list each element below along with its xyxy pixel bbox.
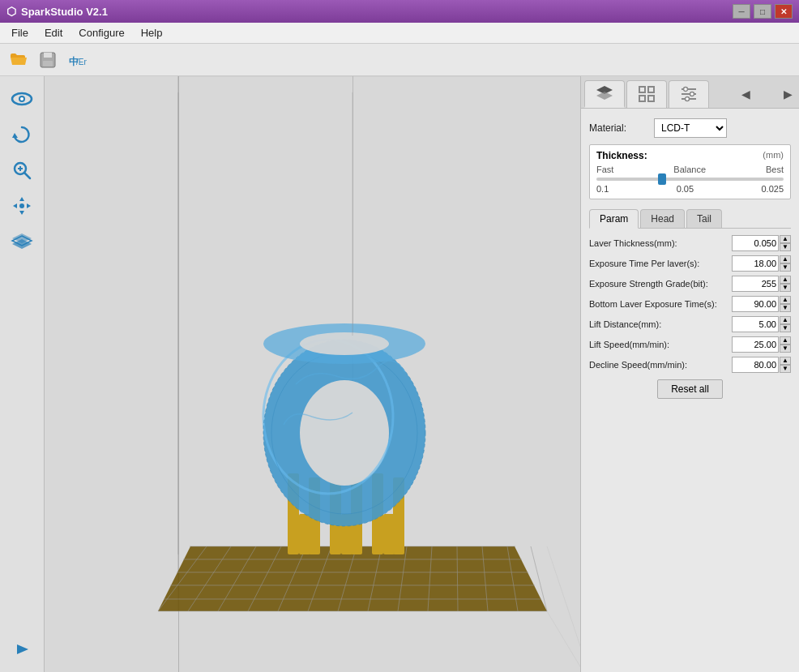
svg-rect-70 bbox=[639, 96, 645, 101]
thickness-section: Thickness: (mm) Fast Balance Best 0.1 0.… bbox=[589, 144, 791, 199]
layers-button[interactable] bbox=[7, 227, 36, 256]
app-icon: ⬡ bbox=[6, 5, 16, 18]
layers-icon bbox=[11, 230, 33, 253]
tab-param[interactable]: Param bbox=[589, 209, 639, 229]
minimize-button[interactable]: ─ bbox=[733, 4, 750, 19]
viewport[interactable] bbox=[45, 76, 580, 672]
layer-thickness-value[interactable] bbox=[732, 235, 779, 251]
reset-all-button[interactable]: Reset all bbox=[657, 379, 723, 399]
lift-distance-up[interactable]: ▲ bbox=[780, 316, 791, 324]
bottom-exposure-down[interactable]: ▼ bbox=[780, 304, 791, 312]
language-icon: 中 /En bbox=[67, 50, 87, 70]
svg-rect-2 bbox=[43, 61, 53, 66]
panel-scroll-right[interactable]: ▶ bbox=[780, 84, 796, 104]
tab-layers[interactable] bbox=[584, 80, 625, 108]
svg-text:/En: /En bbox=[76, 58, 87, 66]
thickness-val3: 0.025 bbox=[761, 184, 784, 194]
svg-point-63 bbox=[300, 332, 389, 355]
svg-marker-15 bbox=[13, 203, 17, 208]
lift-speed-up[interactable]: ▲ bbox=[780, 336, 791, 345]
thickness-val1: 0.1 bbox=[596, 184, 609, 194]
right-panel: ◀ ▶ Material: LCD-T Thickness: (mm) Fast bbox=[580, 76, 799, 672]
toolbar: 中 /En bbox=[0, 44, 799, 76]
move-button[interactable] bbox=[7, 191, 36, 220]
svg-marker-19 bbox=[12, 239, 32, 249]
svg-rect-68 bbox=[639, 87, 645, 92]
scene-svg bbox=[45, 76, 580, 672]
field-bottom-exposure-label: Bottom Laver Exposure Time(s): bbox=[589, 299, 732, 309]
thickness-label: Thickness: bbox=[596, 150, 647, 161]
decline-speed-up[interactable]: ▲ bbox=[780, 357, 791, 365]
layers-tab-icon bbox=[595, 83, 614, 103]
app-title: SparkStudio V2.1 bbox=[21, 6, 108, 18]
thickness-unit: (mm) bbox=[763, 150, 784, 161]
title-bar: ⬡ SparkStudio V2.1 ─ □ ✕ bbox=[0, 0, 799, 23]
layer-thickness-down[interactable]: ▼ bbox=[780, 243, 791, 251]
save-icon bbox=[38, 50, 58, 70]
bottom-exposure-value[interactable] bbox=[732, 296, 779, 312]
exposure-strength-up[interactable]: ▲ bbox=[780, 276, 791, 284]
field-exposure-strength-label: Exposure Strength Grade(bit): bbox=[589, 279, 732, 289]
thickness-slider-track[interactable] bbox=[596, 178, 784, 181]
menu-configure[interactable]: Configure bbox=[70, 24, 132, 42]
menu-file[interactable]: File bbox=[3, 24, 36, 42]
lift-distance-spinners: ▲ ▼ bbox=[780, 316, 791, 332]
svg-rect-1 bbox=[44, 53, 52, 58]
decline-speed-value[interactable] bbox=[732, 357, 779, 373]
language-button[interactable]: 中 /En bbox=[65, 48, 89, 72]
svg-point-17 bbox=[19, 203, 24, 208]
svg-marker-13 bbox=[19, 197, 24, 201]
tab-grid[interactable] bbox=[626, 80, 667, 108]
lift-speed-value[interactable] bbox=[732, 336, 779, 353]
save-file-button[interactable] bbox=[36, 48, 60, 72]
bottom-exposure-up[interactable]: ▲ bbox=[780, 296, 791, 304]
arrow-button[interactable] bbox=[7, 635, 36, 664]
exposure-time-value[interactable] bbox=[732, 255, 779, 272]
svg-rect-56 bbox=[383, 514, 395, 554]
svg-marker-67 bbox=[596, 92, 613, 100]
open-folder-button[interactable] bbox=[6, 48, 31, 72]
exposure-time-up[interactable]: ▲ bbox=[780, 255, 791, 263]
decline-speed-down[interactable]: ▼ bbox=[780, 365, 791, 373]
field-decline-speed-label: Decline Speed(mm/min): bbox=[589, 360, 732, 370]
lift-distance-value[interactable] bbox=[732, 316, 779, 332]
material-label: Material: bbox=[589, 122, 654, 134]
tab-settings[interactable] bbox=[669, 80, 709, 108]
lift-speed-down[interactable]: ▼ bbox=[780, 345, 791, 353]
field-bottom-exposure: Bottom Laver Exposure Time(s): ▲ ▼ bbox=[589, 296, 791, 312]
svg-point-7 bbox=[20, 97, 24, 101]
svg-line-45 bbox=[547, 546, 580, 672]
panel-content: Material: LCD-T Thickness: (mm) Fast Bal… bbox=[581, 109, 799, 672]
menu-help[interactable]: Help bbox=[133, 24, 171, 42]
field-layer-thickness: Laver Thickness(mm): ▲ ▼ bbox=[589, 235, 791, 251]
refresh-button[interactable] bbox=[7, 120, 36, 149]
layer-thickness-up[interactable]: ▲ bbox=[780, 235, 791, 243]
main-layout: ◀ ▶ Material: LCD-T Thickness: (mm) Fast bbox=[0, 76, 799, 672]
thickness-balance: Balance bbox=[673, 165, 706, 174]
view-button[interactable] bbox=[7, 84, 36, 113]
material-row: Material: LCD-T bbox=[589, 118, 791, 138]
maximize-button[interactable]: □ bbox=[754, 4, 771, 19]
field-layer-thickness-label: Laver Thickness(mm): bbox=[589, 238, 732, 248]
thickness-best: Best bbox=[766, 165, 784, 174]
exposure-time-down[interactable]: ▼ bbox=[780, 263, 791, 272]
exposure-strength-down[interactable]: ▼ bbox=[780, 284, 791, 292]
field-lift-speed-input: ▲ ▼ bbox=[732, 336, 791, 353]
exposure-strength-value[interactable] bbox=[732, 276, 779, 292]
tab-head[interactable]: Head bbox=[640, 209, 685, 228]
svg-point-77 bbox=[686, 97, 690, 101]
tab-tail[interactable]: Tail bbox=[686, 209, 722, 228]
field-lift-distance-label: Lift Distance(mm): bbox=[589, 319, 732, 329]
thickness-fast: Fast bbox=[596, 165, 613, 174]
lift-distance-down[interactable]: ▼ bbox=[780, 324, 791, 332]
material-select[interactable]: LCD-T bbox=[654, 118, 727, 138]
thickness-slider-thumb[interactable] bbox=[658, 173, 666, 185]
menu-edit[interactable]: Edit bbox=[36, 24, 70, 42]
grid-tab-icon bbox=[637, 84, 656, 104]
svg-marker-16 bbox=[27, 203, 31, 208]
panel-scroll-left[interactable]: ◀ bbox=[738, 84, 754, 104]
close-button[interactable]: ✕ bbox=[775, 4, 793, 19]
field-exposure-time-input: ▲ ▼ bbox=[732, 255, 791, 272]
zoom-button[interactable] bbox=[7, 156, 36, 185]
field-lift-distance-input: ▲ ▼ bbox=[732, 316, 791, 332]
